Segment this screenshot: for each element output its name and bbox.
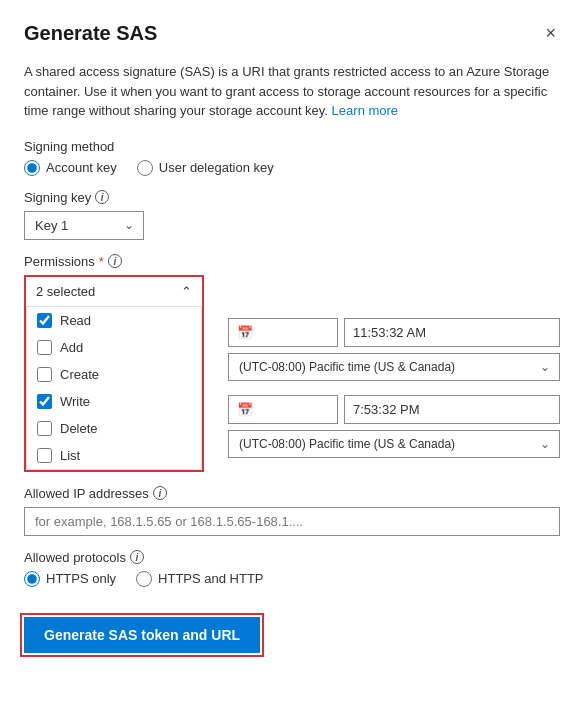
generate-sas-dialog: Generate SAS × A shared access signature… (0, 0, 584, 708)
https-http-option[interactable]: HTTPS and HTTP (136, 571, 263, 587)
account-key-radio[interactable] (24, 160, 40, 176)
https-only-option[interactable]: HTTPS only (24, 571, 116, 587)
permissions-group: Permissions * i 2 selected ⌃ Read (24, 254, 214, 472)
expiry-date-picker[interactable]: 📅 (228, 395, 338, 424)
permissions-info-icon: i (108, 254, 122, 268)
allowed-ip-label: Allowed IP addresses i (24, 486, 560, 501)
user-delegation-label: User delegation key (159, 160, 274, 175)
learn-more-link[interactable]: Learn more (332, 103, 398, 118)
allowed-protocols-info-icon: i (130, 550, 144, 564)
signing-key-info-icon: i (95, 190, 109, 204)
expiry-time-input[interactable] (344, 395, 560, 424)
signing-method-group: Signing method Account key User delegati… (24, 139, 560, 176)
permissions-header[interactable]: 2 selected ⌃ (26, 277, 202, 307)
signing-method-label: Signing method (24, 139, 560, 154)
permissions-selected-count: 2 selected (36, 284, 95, 299)
signing-key-group: Signing key i Key 1 ⌄ (24, 190, 560, 240)
signing-key-select-wrapper: Key 1 ⌄ (24, 211, 144, 240)
datetime-column: 📅 (UTC-08:00) Pacific time (US & Canada)… (214, 254, 560, 472)
permission-create-option[interactable]: Create (27, 361, 201, 388)
start-timezone-wrapper: (UTC-08:00) Pacific time (US & Canada) ⌄ (228, 353, 560, 381)
protocols-radio-group: HTTPS only HTTPS and HTTP (24, 571, 560, 587)
permission-read-checkbox[interactable] (37, 313, 52, 328)
expiry-timezone-select[interactable]: (UTC-08:00) Pacific time (US & Canada) (228, 430, 560, 458)
start-timezone-select[interactable]: (UTC-08:00) Pacific time (US & Canada) (228, 353, 560, 381)
permissions-chevron-icon: ⌃ (181, 284, 192, 299)
start-datetime-group: 📅 (UTC-08:00) Pacific time (US & Canada)… (228, 254, 560, 458)
user-delegation-option[interactable]: User delegation key (137, 160, 274, 176)
allowed-ip-info-icon: i (153, 486, 167, 500)
description-text: A shared access signature (SAS) is a URI… (24, 62, 560, 121)
start-date-picker[interactable]: 📅 (228, 318, 338, 347)
permissions-dropdown-box: 2 selected ⌃ Read Add (24, 275, 204, 472)
start-time-input[interactable] (344, 318, 560, 347)
allowed-ip-group: Allowed IP addresses i (24, 486, 560, 536)
permission-create-checkbox[interactable] (37, 367, 52, 382)
permission-delete-label: Delete (60, 421, 98, 436)
allowed-ip-input[interactable] (24, 507, 560, 536)
permission-delete-checkbox[interactable] (37, 421, 52, 436)
account-key-label: Account key (46, 160, 117, 175)
user-delegation-radio[interactable] (137, 160, 153, 176)
permission-read-option[interactable]: Read (27, 307, 201, 334)
calendar-icon: 📅 (237, 325, 253, 340)
permissions-column: Permissions * i 2 selected ⌃ Read (24, 254, 214, 486)
generate-sas-button[interactable]: Generate SAS token and URL (24, 617, 260, 653)
allowed-protocols-label: Allowed protocols i (24, 550, 560, 565)
signing-method-radio-group: Account key User delegation key (24, 160, 560, 176)
signing-key-select[interactable]: Key 1 (24, 211, 144, 240)
permission-add-option[interactable]: Add (27, 334, 201, 361)
permission-delete-option[interactable]: Delete (27, 415, 201, 442)
https-http-radio[interactable] (136, 571, 152, 587)
permission-write-label: Write (60, 394, 90, 409)
permission-add-checkbox[interactable] (37, 340, 52, 355)
permissions-required-star: * (99, 254, 104, 269)
expiry-time-row: 📅 (228, 395, 560, 424)
expiry-timezone-wrapper: (UTC-08:00) Pacific time (US & Canada) ⌄ (228, 430, 560, 458)
permission-list-option[interactable]: List (27, 442, 201, 469)
https-http-label: HTTPS and HTTP (158, 571, 263, 586)
expiry-calendar-icon: 📅 (237, 402, 253, 417)
permission-list-checkbox[interactable] (37, 448, 52, 463)
permission-create-label: Create (60, 367, 99, 382)
allowed-protocols-group: Allowed protocols i HTTPS only HTTPS and… (24, 550, 560, 587)
close-button[interactable]: × (541, 20, 560, 46)
permission-write-option[interactable]: Write (27, 388, 201, 415)
signing-key-label: Signing key i (24, 190, 560, 205)
account-key-option[interactable]: Account key (24, 160, 117, 176)
dialog-header: Generate SAS × (24, 20, 560, 46)
permissions-label: Permissions * i (24, 254, 214, 269)
start-time-row: 📅 (228, 318, 560, 347)
permission-list-label: List (60, 448, 80, 463)
permissions-list: Read Add Create Write (26, 307, 202, 470)
https-only-label: HTTPS only (46, 571, 116, 586)
permission-read-label: Read (60, 313, 91, 328)
permission-write-checkbox[interactable] (37, 394, 52, 409)
https-only-radio[interactable] (24, 571, 40, 587)
dialog-title: Generate SAS (24, 22, 157, 45)
permission-add-label: Add (60, 340, 83, 355)
